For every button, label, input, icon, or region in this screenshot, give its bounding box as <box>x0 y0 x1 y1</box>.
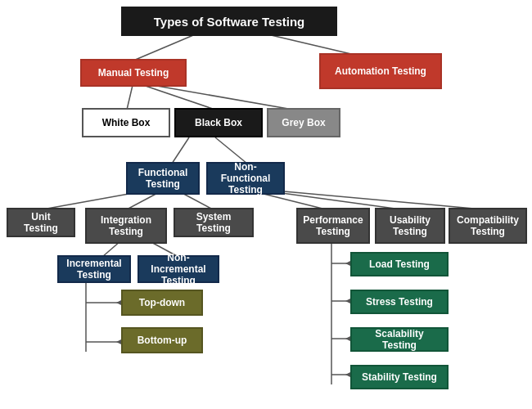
nonfunctional-testing-node: Non-Functional Testing <box>206 162 285 195</box>
functional-testing-node: Functional Testing <box>126 162 200 195</box>
stress-testing-node: Stress Testing <box>350 290 449 314</box>
compatibility-testing-node: Compatibility Testing <box>449 208 527 244</box>
integration-testing-node: Integration Testing <box>85 208 167 244</box>
unit-testing-node: Unit Testing <box>7 208 75 237</box>
automation-testing-node: Automation Testing <box>319 53 442 89</box>
svg-line-12 <box>266 190 483 209</box>
scalability-testing-node: Scalability Testing <box>350 327 449 352</box>
load-testing-node: Load Testing <box>350 252 449 276</box>
stability-testing-node: Stability Testing <box>350 365 449 389</box>
svg-line-5 <box>172 137 189 164</box>
diagram: Types of Software Testing Manual Testing… <box>0 0 532 409</box>
blackbox-node: Black Box <box>174 108 263 137</box>
incremental-testing-node: Incremental Testing <box>57 255 131 283</box>
performance-testing-node: Performance Testing <box>296 208 370 244</box>
manual-testing-node: Manual Testing <box>80 59 187 87</box>
bottomup-node: Bottom-up <box>121 327 203 353</box>
system-testing-node: System Testing <box>174 208 254 237</box>
whitebox-node: White Box <box>82 108 170 137</box>
title-node: Types of Software Testing <box>121 7 337 36</box>
greybox-node: Grey Box <box>267 108 340 137</box>
svg-line-6 <box>215 137 247 164</box>
usability-testing-node: Usability Testing <box>375 208 445 244</box>
topdown-node: Top-down <box>121 290 203 316</box>
nonincremental-testing-node: Non-Incremental Testing <box>138 255 219 283</box>
